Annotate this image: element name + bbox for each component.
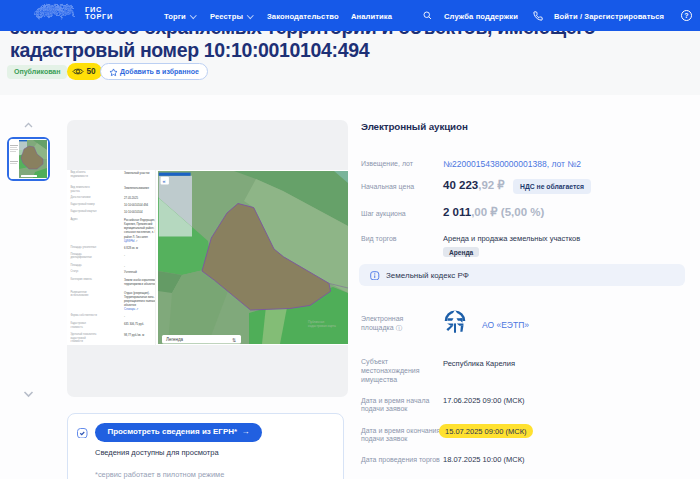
svg-text:Легенда: Легенда xyxy=(166,337,184,342)
svg-text:кадастровая карта: кадастровая карта xyxy=(308,324,336,328)
svg-text:⇅: ⇅ xyxy=(232,337,236,343)
svg-text:«: « xyxy=(163,178,166,184)
